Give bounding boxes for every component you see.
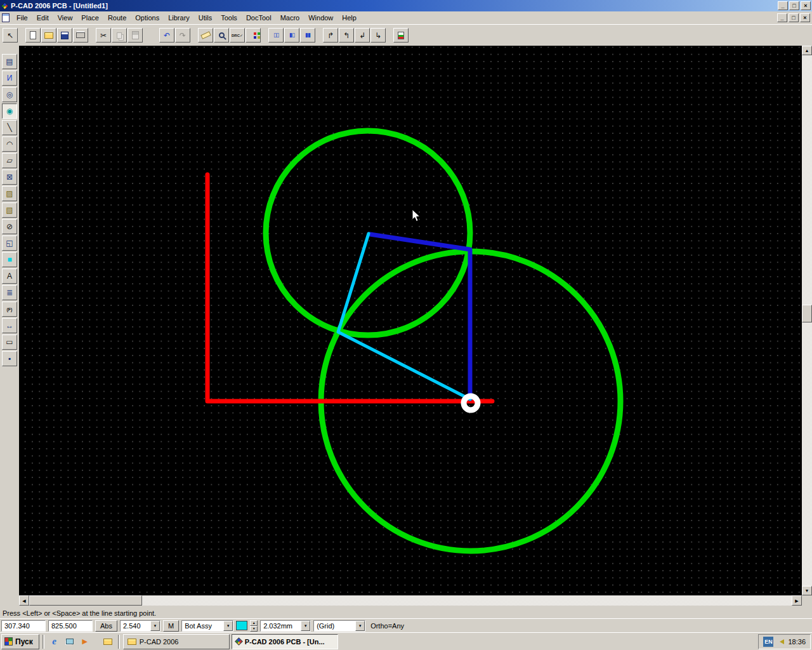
grid-select[interactable]: 2.540 ▼ <box>120 620 160 632</box>
select-tool-button[interactable]: ↖ <box>3 28 18 43</box>
layer-select[interactable]: Bot Assy ▼ <box>181 620 233 632</box>
media-player-button[interactable]: ▶ <box>78 635 92 649</box>
print-button[interactable] <box>73 28 88 43</box>
measure-tool-button[interactable] <box>198 28 213 43</box>
new-document-button[interactable] <box>25 28 41 43</box>
menu-item-library[interactable]: Library <box>164 13 194 23</box>
place-line-button[interactable]: ╲ <box>2 120 17 135</box>
place-connection-button[interactable]: И <box>2 70 17 86</box>
layer-spin-up-icon[interactable]: ▲ <box>250 620 258 626</box>
redo-button[interactable]: ↷ <box>175 28 190 43</box>
vscroll-track[interactable] <box>802 55 812 586</box>
place-via-button[interactable]: ◉ <box>2 103 17 119</box>
macro-button[interactable]: M <box>163 620 179 632</box>
language-indicator[interactable]: EN <box>763 637 773 647</box>
place-pad-button[interactable]: ◎ <box>2 87 17 102</box>
document-icon[interactable] <box>2 13 10 22</box>
show-desktop-button[interactable] <box>63 635 77 649</box>
child-close-button[interactable]: × <box>800 13 810 22</box>
menu-item-doctool[interactable]: DocTool <box>242 13 276 23</box>
open-document-button[interactable] <box>41 28 56 43</box>
miter-any-button[interactable]: ↳ <box>370 28 386 43</box>
task-button-pcad-pcb[interactable]: P-CAD 2006 PCB - [Un... <box>232 634 338 649</box>
pcad-folder-button[interactable] <box>101 635 115 649</box>
place-keepout-button[interactable]: ⊘ <box>2 219 17 234</box>
place-polygon-button[interactable]: ▱ <box>2 153 17 168</box>
menu-item-macro[interactable]: Macro <box>276 13 304 23</box>
menu-item-place[interactable]: Place <box>77 13 103 23</box>
pcad-logo-icon <box>235 637 243 646</box>
place-arc-button[interactable]: ◠ <box>2 136 17 152</box>
place-component-button[interactable]: ▤ <box>2 54 17 69</box>
place-dimension-button[interactable]: ↔ <box>2 318 17 333</box>
x-coordinate-field[interactable]: 307.340 <box>1 620 46 632</box>
maximize-button[interactable]: □ <box>789 1 799 10</box>
scroll-left-icon[interactable]: ◀ <box>19 595 29 606</box>
place-plane-button[interactable]: ◱ <box>2 235 17 251</box>
place-detail-button[interactable]: ▪ <box>2 351 17 366</box>
miter-45-button[interactable]: ↰ <box>339 28 354 43</box>
close-button[interactable]: × <box>801 1 811 10</box>
zoom-window-button[interactable] <box>214 28 229 43</box>
vscroll-thumb[interactable] <box>802 305 812 322</box>
menu-item-edit[interactable]: Edit <box>32 13 53 23</box>
paste-button[interactable] <box>128 28 143 43</box>
taskbar-divider <box>118 635 120 649</box>
design-canvas[interactable] <box>19 46 802 595</box>
save-document-button[interactable] <box>57 28 72 43</box>
menu-item-view[interactable]: View <box>53 13 77 23</box>
place-ref-point-button[interactable]: ⊠ <box>2 169 17 185</box>
child-restore-button[interactable]: □ <box>789 13 799 22</box>
place-text-icon: A <box>7 272 12 280</box>
abs-rel-toggle[interactable]: Abs <box>95 620 117 632</box>
place-text-button[interactable]: A <box>2 269 17 284</box>
grid-mode-select[interactable]: (Grid) ▼ <box>313 620 365 632</box>
copy-button[interactable] <box>112 28 127 43</box>
menu-item-tools[interactable]: Tools <box>216 13 242 23</box>
hscroll-track[interactable] <box>29 595 792 606</box>
menu-item-options[interactable]: Options <box>131 13 164 23</box>
child-minimize-button[interactable]: _ <box>777 13 787 22</box>
menu-item-utils[interactable]: Utils <box>194 13 216 23</box>
record-pause-button[interactable]: ▮▯ <box>284 28 299 43</box>
menu-item-file[interactable]: File <box>12 13 32 23</box>
menu-item-route[interactable]: Route <box>103 13 131 23</box>
place-field-button[interactable]: (F) <box>2 302 17 317</box>
scroll-up-icon[interactable]: ▲ <box>802 46 812 55</box>
record-open-button[interactable]: ▯▯ <box>268 28 284 43</box>
place-table-button[interactable]: ▭ <box>2 335 17 350</box>
undo-button[interactable]: ↶ <box>159 28 174 43</box>
grid-mode-dropdown-icon[interactable]: ▼ <box>355 621 365 631</box>
task-button-pcad-folder[interactable]: P-CAD 2006 <box>123 634 230 649</box>
highlight-violations-button[interactable] <box>393 28 409 43</box>
grid-select-dropdown-icon[interactable]: ▼ <box>150 621 160 631</box>
layer-spin-down-icon[interactable]: ▼ <box>250 626 258 632</box>
layer-select-dropdown-icon[interactable]: ▼ <box>223 621 233 631</box>
miter-45-icon: ↰ <box>343 32 350 39</box>
start-button[interactable]: Пуск <box>1 634 39 649</box>
place-cutout-button[interactable]: ▧ <box>2 202 17 218</box>
line-width-select[interactable]: 2.032mm ▼ <box>260 620 311 632</box>
internet-explorer-button[interactable]: e <box>48 635 62 649</box>
place-attribute-button[interactable]: ≣ <box>2 285 17 300</box>
scroll-right-icon[interactable]: ▶ <box>792 595 802 606</box>
line-width-dropdown-icon[interactable]: ▼ <box>301 621 310 631</box>
miter-arc-button[interactable]: ↲ <box>355 28 370 43</box>
place-detail-icon: ▪ <box>8 355 11 362</box>
place-room-button[interactable]: ■ <box>2 252 17 267</box>
vertical-scrollbar[interactable]: ▲ ▼ <box>802 46 812 595</box>
cut-button[interactable]: ✂ <box>96 28 111 43</box>
layer-color-swatch[interactable] <box>236 621 247 630</box>
record-stop-button[interactable]: ▮▮ <box>300 28 315 43</box>
y-coordinate-field[interactable]: 825.500 <box>48 620 93 632</box>
place-copper-pour-button[interactable]: ▨ <box>2 186 17 201</box>
design-rule-check-button[interactable]: DRC✓ <box>230 28 245 43</box>
menu-item-window[interactable]: Window <box>304 13 337 23</box>
miter-90-button[interactable]: ↱ <box>323 28 338 43</box>
scroll-down-icon[interactable]: ▼ <box>802 586 812 595</box>
hscroll-thumb[interactable] <box>29 595 142 606</box>
volume-icon[interactable] <box>777 639 784 644</box>
menu-item-help[interactable]: Help <box>337 13 361 23</box>
minimize-button[interactable]: _ <box>778 1 788 10</box>
net-compare-button[interactable] <box>246 28 261 43</box>
